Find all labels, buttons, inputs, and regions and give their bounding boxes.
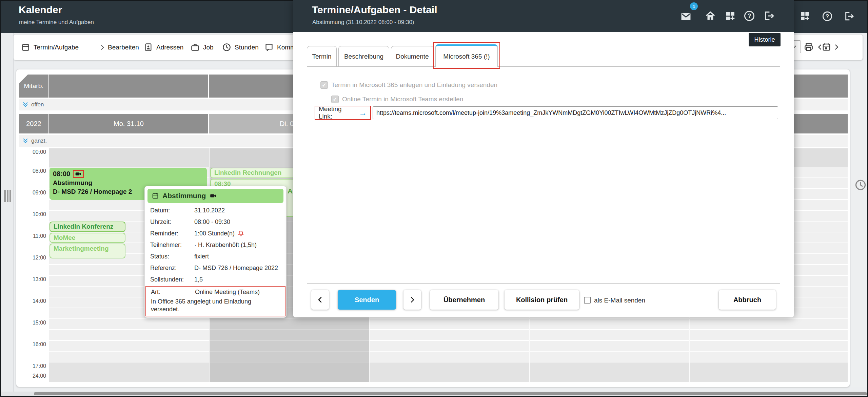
event-title: Abstimmung (53, 179, 92, 186)
event-partial-label: A (288, 187, 293, 195)
meeting-link-annotation: Meeting Link: → (315, 106, 371, 120)
clock-icon (222, 43, 231, 52)
tab-beschreibung[interactable]: Beschreibung (338, 46, 389, 66)
horizontal-scrollbar-thumb[interactable] (34, 392, 867, 395)
menu-adressen-label: Adressen (156, 44, 183, 51)
allday-row-label: ganzt. (31, 138, 47, 144)
tooltip-row-reminder: Reminder:1:00 Stunde(n) (150, 230, 283, 237)
menu-stunden-label: Stunden (235, 44, 259, 51)
historie-tooltip: Historie (749, 33, 781, 46)
panel-drag-handle[interactable] (4, 190, 11, 202)
print-icon[interactable] (804, 42, 814, 52)
apps-grid-icon[interactable] (800, 11, 810, 22)
chevron-left-icon (316, 296, 324, 304)
today-calendar-icon[interactable] (822, 42, 831, 52)
logout-icon[interactable] (763, 10, 775, 22)
mail-icon[interactable] (680, 11, 692, 22)
tooltip-row-uhrzeit: Uhrzeit:08:00 - 09:30 (150, 218, 283, 226)
time-label: 08:00 (16, 168, 46, 174)
apply-button[interactable]: Übernehmen (430, 290, 498, 310)
tooltip-row-status: Status:fixiert (150, 253, 283, 260)
menu-bearbeiten[interactable]: Bearbeiten (108, 44, 139, 51)
day-header-mo[interactable]: Mo. 31.10 (49, 114, 209, 133)
briefcase-icon (191, 43, 200, 52)
send-button[interactable]: Senden (338, 290, 396, 310)
event-time: 08:00 (53, 170, 70, 177)
calendar-corner-cell: Mitarb. (19, 75, 49, 98)
event-marketingmeeting[interactable]: Marketingmeeting (50, 244, 125, 258)
chevron-right-icon (99, 44, 106, 51)
video-camera-icon-annotated (73, 170, 84, 178)
side-clock-icon[interactable] (854, 179, 867, 191)
day-column-4-late (529, 362, 689, 382)
page-subtitle: meine Termine und Aufgaben (19, 19, 94, 26)
chevron-right-icon (408, 296, 416, 304)
next-day-icon[interactable] (833, 43, 840, 51)
video-camera-icon (209, 192, 217, 199)
calendar-icon (21, 43, 30, 52)
time-label: 24:00 (16, 373, 46, 379)
event-momee[interactable]: MoMee (50, 233, 125, 243)
time-label: 12:00 (16, 255, 46, 261)
tooltip-row-datum: Datum:31.10.2022 (150, 207, 283, 214)
event-tooltip-card: Abstimmung Datum:31.10.2022 Uhrzeit:08:0… (144, 186, 287, 318)
tooltip-row-teilnehmer: Teilnehmer:· H. Krabbenhöft (1,5h) (150, 242, 283, 249)
cancel-button[interactable]: Abbruch (719, 290, 776, 310)
app-window: Kalender meine Termine und Aufgaben Term… (0, 0, 868, 397)
email-checkbox-label: als E-Mail senden (594, 297, 645, 304)
tab-microsoft-365[interactable]: Microsoft 365 (!) (435, 44, 498, 67)
logout-icon[interactable] (844, 11, 854, 22)
year-cell: 2022 (19, 114, 49, 133)
checkbox-teams[interactable]: ✓ (331, 96, 339, 103)
checkbox-365[interactable]: ✓ (320, 81, 328, 89)
prev-record-button[interactable] (311, 290, 329, 310)
meeting-link-label: Meeting Link: (319, 105, 356, 120)
menu-bearbeiten-label: Bearbeiten (108, 44, 139, 51)
double-chevron-down-icon (22, 138, 28, 144)
tooltip-header: Abstimmung (147, 189, 283, 203)
day-column-di-late (209, 362, 369, 382)
day-column-mo-late (49, 362, 209, 382)
detail-dialog: Termine/Aufgaben - Detail Abstimmung (31… (293, 0, 794, 317)
tooltip-art-annotation: Art:Online Meeting (Teams) In Office 365… (145, 286, 285, 316)
day-column-3-late (369, 362, 529, 382)
menu-job[interactable]: Job (191, 43, 214, 52)
apps-grid-icon[interactable] (725, 11, 736, 22)
tooltip-row-art: Art:Online Meeting (Teams) (151, 289, 280, 296)
calendar-icon (152, 192, 159, 200)
tooltip-row-sollstunden: Sollstunden:1,5 (150, 276, 283, 283)
menu-termin-aufgabe[interactable]: Termin/Aufgabe (21, 43, 79, 52)
home-icon[interactable] (705, 10, 716, 22)
time-label: 15:00 (16, 320, 46, 326)
menu-stunden[interactable]: Stunden (222, 43, 259, 52)
tooltip-title: Abstimmung (162, 192, 206, 200)
contact-card-icon (144, 43, 153, 52)
help-icon[interactable] (822, 11, 833, 22)
event-linkedin-konferenz[interactable]: LinkedIn Konferenz (50, 222, 125, 232)
tab-termin[interactable]: Termin (307, 46, 337, 66)
day-column-mo-early (49, 148, 209, 167)
event-reference: D- MSD 726 / Homepage 2 (53, 188, 132, 195)
menu-adressen[interactable]: Adressen (144, 43, 183, 52)
help-icon[interactable] (744, 10, 755, 22)
tab-dokumente[interactable]: Dokumente (391, 46, 434, 66)
tooltip-row-referenz: Referenz:D- MSD 726 / Homepage 2022 (150, 265, 283, 272)
meeting-link-input[interactable] (373, 106, 778, 119)
mail-badge: 1 (689, 2, 698, 11)
collision-check-button[interactable]: Kollision prüfen (505, 290, 579, 310)
page-title: Kalender (19, 4, 62, 16)
left-rail (1, 33, 14, 396)
dialog-title: Termine/Aufgaben - Detail (312, 4, 437, 16)
right-panel-strip (851, 69, 867, 387)
next-record-button[interactable] (403, 290, 421, 310)
dialog-subtitle: Abstimmung (31.10.2022 08:00 - 09:30) (312, 19, 414, 26)
email-checkbox[interactable] (584, 297, 591, 304)
checkbox-teams-label: Online Termin in Microsoft Teams erstell… (342, 96, 463, 103)
time-label: 16:00 (16, 341, 46, 348)
tooltip-art-note: In Office 365 angelegt und Einladung ver… (151, 298, 280, 314)
menu-kommentar[interactable]: Komm (264, 43, 296, 52)
double-chevron-down-icon (22, 102, 28, 108)
open-row-label: offen (31, 101, 44, 108)
header-row1-day1 (49, 75, 209, 98)
time-label: 11:00 (16, 233, 46, 239)
